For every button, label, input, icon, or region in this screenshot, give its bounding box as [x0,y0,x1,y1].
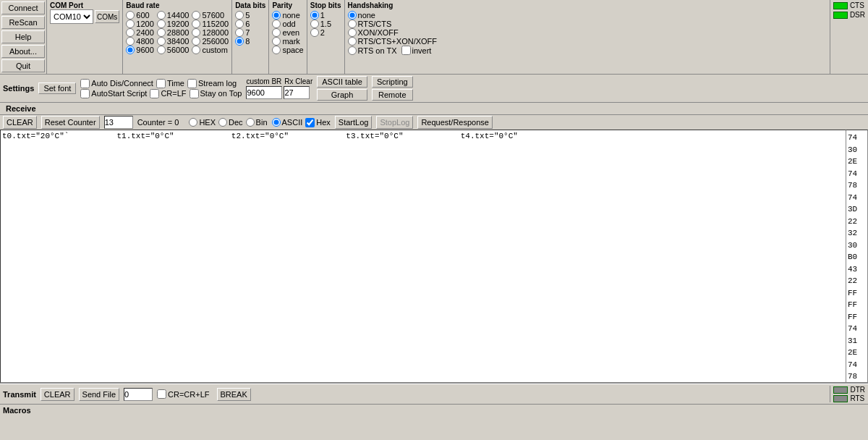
parity-mark: mark [272,37,303,46]
format-radio-ascii[interactable] [272,118,281,127]
baud-rate-grid: 600 14400 57600 1200 19200 115200 2400 2… [126,11,229,54]
dsr-led [833,12,848,19]
autostart-script-checkbox[interactable] [80,89,90,98]
scripting-remote-group: Scripting Remote [372,76,413,101]
dtr-rts-section: DTR RTS [830,386,865,402]
set-font-button[interactable]: Set font [38,82,76,94]
hex-checkbox[interactable] [305,118,315,127]
hs-radio-none[interactable] [348,11,357,20]
hs-invert-checkbox[interactable] [401,46,411,55]
databits-5: 5 [235,11,265,20]
databits-8: 8 [235,37,265,46]
quit-button[interactable]: Quit [1,59,45,72]
stopbits-radio-15[interactable] [310,20,319,28]
reset-counter-button[interactable]: Reset Counter [41,116,100,129]
baud-radio-115200[interactable] [192,20,200,28]
parity-radio-none[interactable] [272,11,281,20]
rx-clear-input[interactable] [284,86,310,99]
start-log-button[interactable]: StartLog [335,116,373,129]
baud-radio-256000[interactable] [192,37,200,46]
baud-radio-2400[interactable] [126,28,135,37]
macros-bar: Macros [0,405,868,416]
cts-row: CTS [833,1,865,9]
custom-br-input[interactable] [246,86,282,99]
baud-14400: 14400 [157,11,190,20]
transmit-clear-button[interactable]: CLEAR [41,388,75,401]
format-radio-hex[interactable] [189,118,197,127]
stay-on-top-row: Stay on Top [190,89,242,98]
baud-radio-128000[interactable] [192,28,200,37]
parity-radio-space[interactable] [272,46,281,54]
main-content: Connect ReScan Help About... Quit COM Po… [0,0,868,440]
baud-600: 600 [126,11,153,20]
baud-radio-28800[interactable] [157,28,166,37]
baud-radio-19200[interactable] [157,20,166,28]
ascii-table-button[interactable]: ASCII table [317,76,367,88]
baud-radio-1200[interactable] [126,20,135,28]
receive-text[interactable]: t0.txt="20°C"` t1.txt="0°C" t2.txt="0°C"… [0,130,846,383]
receive-clear-button[interactable]: CLEAR [3,116,37,129]
databits-radio-5[interactable] [235,11,244,20]
parity-radio-odd[interactable] [272,20,281,28]
counter-spin[interactable] [104,116,133,129]
com-port-section: COM Port COM10 COM1COM2COM3 COM4COM5COM6… [47,0,123,74]
cts-led [833,2,848,9]
baud-256000: 256000 [192,37,229,46]
hs-radio-xonxoff[interactable] [348,28,357,37]
baud-radio-4800[interactable] [126,37,135,46]
baud-radio-600[interactable] [126,11,135,20]
format-radio-bin[interactable] [246,118,255,127]
hs-radio-both[interactable] [348,37,357,46]
transmit-value-input[interactable] [124,388,153,401]
coms-button[interactable]: COMs [95,10,119,23]
baud-radio-custom[interactable] [192,46,200,54]
cr-lf-checkbox[interactable] [150,89,159,98]
stay-on-top-checkbox[interactable] [190,89,199,98]
help-button[interactable]: Help [1,30,45,43]
request-response-button[interactable]: Request/Response [417,116,493,129]
cr-cr-lf-checkbox[interactable] [157,389,166,399]
send-file-button[interactable]: Send File [79,388,119,401]
hs-both: RTS/CTS+XON/XOFF [348,37,827,46]
data-bits-section: Data bits 5 6 7 8 [232,0,269,74]
stopbits-15: 1.5 [310,20,341,28]
receive-header: Receive [0,103,868,115]
hs-rtscts: RTS/CTS [348,20,827,28]
stop-log-button[interactable]: StopLog [376,116,413,129]
cr-lf-row: CR=LF [150,89,186,98]
format-ascii: ASCII [272,118,303,127]
baud-38400: 38400 [157,37,190,46]
graph-button[interactable]: Graph [317,89,367,101]
parity-radio-even[interactable] [272,28,281,37]
dsr-row: DSR [833,11,865,19]
connect-button[interactable]: Connect [1,1,45,14]
cr-lf-label: CR=LF [161,89,186,98]
databits-radio-8[interactable] [235,37,244,46]
stopbits-radio-1[interactable] [310,11,319,20]
stopbits-radio-2[interactable] [310,28,319,37]
rts-label: RTS [850,394,864,402]
parity-space: space [272,46,303,54]
time-checkbox[interactable] [156,79,166,88]
hs-radio-rtscts[interactable] [348,20,357,28]
baud-radio-14400[interactable] [157,11,166,20]
databits-radio-6[interactable] [235,20,244,28]
auto-dis-connect-checkbox[interactable] [80,79,90,88]
format-radio-dec[interactable] [218,118,227,127]
rescan-button[interactable]: ReScan [1,16,45,29]
parity-radio-mark[interactable] [272,37,281,46]
stream-log-checkbox[interactable] [187,79,197,88]
baud-radio-56000[interactable] [157,46,166,54]
dtr-led [833,386,848,394]
scripting-button[interactable]: Scripting [372,76,413,88]
baud-radio-38400[interactable] [157,37,166,46]
baud-radio-9600[interactable] [126,46,135,54]
databits-radio-7[interactable] [235,28,244,37]
rx-clear-label: Rx Clear [284,77,312,85]
hs-radio-rtsontx[interactable] [348,46,357,55]
remote-button[interactable]: Remote [372,89,413,101]
break-button[interactable]: BREAK [217,388,251,401]
about-button[interactable]: About... [1,45,45,58]
baud-radio-57600[interactable] [192,11,200,20]
com-port-select[interactable]: COM10 COM1COM2COM3 COM4COM5COM6 COM7COM8… [50,9,93,24]
